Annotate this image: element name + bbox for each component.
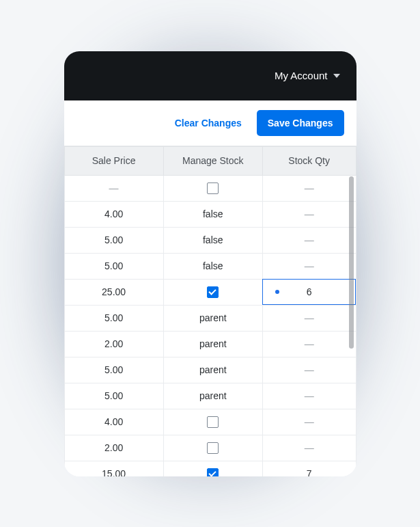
checkbox-checked-icon[interactable] — [207, 286, 219, 298]
cell-manage-stock[interactable]: false — [163, 201, 262, 227]
stock-qty-value: 6 — [307, 286, 312, 297]
clear-changes-button[interactable]: Clear Changes — [172, 112, 244, 134]
cell-stock-qty[interactable]: — — [262, 175, 356, 201]
cell-manage-stock[interactable]: parent — [163, 305, 262, 331]
cell-manage-stock[interactable] — [163, 461, 262, 476]
cell-sale-price[interactable]: 5.00 — [64, 227, 163, 253]
cell-sale-price[interactable]: 2.00 — [64, 331, 163, 357]
cell-stock-qty[interactable]: — — [262, 201, 356, 227]
cell-stock-qty[interactable]: 6 — [262, 279, 356, 305]
cell-sale-price[interactable]: 5.00 — [64, 383, 163, 409]
empty-dash: — — [305, 312, 314, 323]
empty-dash: — — [305, 442, 314, 453]
cell-manage-stock[interactable] — [163, 279, 262, 305]
table-row: 5.00parent— — [64, 357, 356, 383]
table-row: 4.00false— — [64, 201, 356, 227]
empty-dash: — — [305, 234, 314, 245]
cell-stock-qty[interactable]: — — [262, 435, 356, 461]
table-row: 5.00false— — [64, 253, 356, 279]
column-manage-stock[interactable]: Manage Stock — [163, 146, 262, 175]
empty-dash: — — [305, 338, 314, 349]
table-header-row: Sale Price Manage Stock Stock Qty — [64, 146, 356, 175]
empty-dash: — — [305, 416, 314, 427]
cell-manage-stock[interactable] — [163, 175, 262, 201]
cell-manage-stock[interactable]: parent — [163, 331, 262, 357]
product-table: Sale Price Manage Stock Stock Qty ——4.00… — [64, 146, 356, 476]
table-row: 5.00parent— — [64, 305, 356, 331]
table-scroll-area[interactable]: Sale Price Manage Stock Stock Qty ——4.00… — [64, 146, 356, 476]
cell-sale-price[interactable]: 5.00 — [64, 357, 163, 383]
cell-sale-price[interactable]: 25.00 — [64, 279, 163, 305]
cell-stock-qty[interactable]: 7 — [262, 461, 356, 476]
cell-sale-price[interactable]: — — [64, 175, 163, 201]
cell-sale-price[interactable]: 2.00 — [64, 435, 163, 461]
column-stock-qty[interactable]: Stock Qty — [262, 146, 356, 175]
table-row: 5.00parent— — [64, 383, 356, 409]
checkbox-icon[interactable] — [207, 442, 219, 454]
cell-manage-stock[interactable]: parent — [163, 357, 262, 383]
cell-stock-qty[interactable]: — — [262, 253, 356, 279]
cell-sale-price[interactable]: 4.00 — [64, 409, 163, 435]
cell-stock-qty[interactable]: — — [262, 305, 356, 331]
app-window: My Account Clear Changes Save Changes Sa… — [64, 51, 356, 476]
empty-dash: — — [305, 364, 314, 375]
save-changes-button[interactable]: Save Changes — [257, 110, 344, 136]
scrollbar-thumb[interactable] — [349, 176, 354, 349]
cell-manage-stock[interactable]: false — [163, 253, 262, 279]
cell-manage-stock[interactable]: false — [163, 227, 262, 253]
table-row: 2.00parent— — [64, 331, 356, 357]
topbar: My Account — [64, 51, 356, 100]
cell-sale-price[interactable]: 15.00 — [64, 461, 163, 476]
table-row: 2.00— — [64, 435, 356, 461]
cell-stock-qty[interactable]: — — [262, 357, 356, 383]
action-bar: Clear Changes Save Changes — [64, 100, 356, 146]
cell-sale-price[interactable]: 5.00 — [64, 305, 163, 331]
cell-stock-qty[interactable]: — — [262, 227, 356, 253]
table-row: 4.00— — [64, 409, 356, 435]
cell-manage-stock[interactable] — [163, 409, 262, 435]
checkbox-icon[interactable] — [207, 183, 219, 194]
table-row: 25.006 — [64, 279, 356, 305]
checkbox-icon[interactable] — [207, 416, 219, 428]
chevron-down-icon — [333, 74, 340, 78]
my-account-dropdown[interactable]: My Account — [275, 70, 340, 81]
empty-dash: — — [305, 183, 314, 193]
cell-manage-stock[interactable] — [163, 435, 262, 461]
table-row: —— — [64, 175, 356, 201]
empty-dash: — — [305, 260, 314, 271]
checkbox-checked-icon[interactable] — [207, 468, 219, 476]
table-row: 15.007 — [64, 461, 356, 476]
empty-dash: — — [305, 390, 314, 401]
cell-stock-qty[interactable]: — — [262, 383, 356, 409]
empty-dash: — — [305, 208, 314, 219]
column-sale-price[interactable]: Sale Price — [64, 146, 163, 175]
my-account-label: My Account — [275, 70, 328, 81]
cell-stock-qty[interactable]: — — [262, 409, 356, 435]
table-row: 5.00false— — [64, 227, 356, 253]
cell-manage-stock[interactable]: parent — [163, 383, 262, 409]
empty-dash: — — [109, 183, 119, 193]
cell-sale-price[interactable]: 4.00 — [64, 201, 163, 227]
cell-sale-price[interactable]: 5.00 — [64, 253, 163, 279]
edit-indicator-dot-icon — [275, 290, 279, 294]
cell-stock-qty[interactable]: — — [262, 331, 356, 357]
